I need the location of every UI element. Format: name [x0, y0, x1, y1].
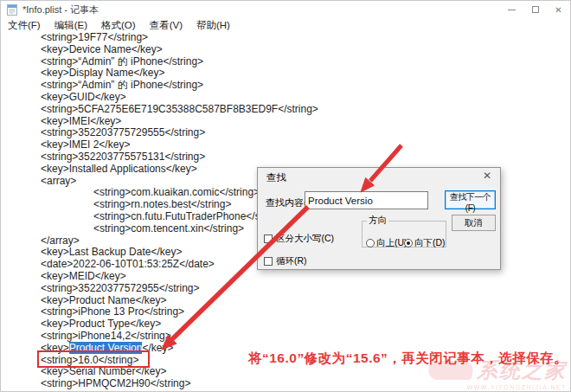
match-case-checkbox[interactable]: 区分大小写(C): [264, 233, 334, 245]
radio-checked-icon: [404, 239, 413, 247]
maximize-button[interactable]: [523, 1, 547, 18]
cancel-button[interactable]: 取消: [452, 215, 496, 231]
radio-direction-up[interactable]: 向上(U): [366, 237, 407, 249]
menu-item[interactable]: 文件(F): [1, 18, 48, 33]
find-dialog: 查找 ✕ 查找内容(N): 查找下一个(F) 取消 方向 向上(U) 向下(D)…: [257, 167, 501, 270]
title-bar: *Info.plist - 记事本 ✕: [1, 1, 570, 18]
editor-line: <key>Product Type</key>: [1, 318, 570, 331]
checkbox-icon: [264, 235, 273, 243]
window-title: *Info.plist - 记事本: [22, 3, 99, 16]
editor-line: <key>IMEI 2</key>: [1, 139, 570, 151]
dialog-close-icon[interactable]: ✕: [480, 170, 494, 182]
menu-bar: 文件(F)编辑(E)格式(O)查看(V)帮助(H): [1, 18, 570, 33]
editor-line: <string>“Admin” 的 iPhone</string>: [1, 80, 570, 92]
editor-line: <string>352203775729555</string>: [1, 127, 570, 139]
editor-line: <string>35220377572955</string>: [1, 283, 570, 295]
radio-up-label: 向上(U): [376, 237, 407, 249]
find-dialog-title: 查找: [266, 171, 286, 184]
menu-item[interactable]: 查看(V): [143, 18, 189, 33]
annotation-red-box: [37, 350, 150, 368]
editor-line: <key>Device Name</key>: [1, 44, 570, 56]
close-button[interactable]: ✕: [547, 1, 570, 18]
window-controls: ✕: [500, 1, 570, 18]
editor-line: <key>GUID</key>: [1, 92, 570, 104]
radio-direction-down[interactable]: 向下(D): [404, 237, 446, 249]
editor-line: <string>“Admin” 的 iPhone</string>: [1, 56, 570, 68]
direction-label: 方向: [367, 215, 388, 227]
editor-line: <key>Product Name</key>: [1, 295, 570, 307]
find-input[interactable]: [305, 191, 428, 209]
match-case-label: 区分大小写(C): [276, 233, 334, 245]
direction-group: 方向 向上(U) 向下(D): [362, 215, 446, 247]
editor-line: <string>19F77</string>: [1, 32, 570, 44]
minimize-button[interactable]: [500, 1, 523, 18]
editor-line: <key>Display Name</key>: [1, 67, 570, 80]
editor-line: <string>iPhone 13 Pro</string>: [1, 306, 570, 318]
radio-icon: [366, 239, 375, 247]
annotation-text: 将“16.0”修改为“15.6”，再关闭记事本，选择保存。: [248, 350, 568, 368]
notepad-window: *Info.plist - 记事本 ✕ 文件(F)编辑(E)格式(O)查看(V)…: [0, 0, 571, 392]
watermark-subtext: WWW.XITONGZHIJIA.NET: [428, 384, 567, 390]
checkbox-icon: [264, 257, 273, 266]
menu-item[interactable]: 帮助(H): [189, 18, 237, 33]
find-next-button[interactable]: 查找下一个(F): [445, 190, 496, 209]
editor-line: <string>iPhone14,2</string>: [1, 331, 570, 343]
editor-line: <string>5CFA275E6E719C35388C587BF8B3ED9F…: [1, 104, 570, 116]
editor-line: <string>352203775575131</string>: [1, 151, 570, 164]
wrap-label: 循环(R): [276, 255, 307, 267]
wrap-around-checkbox[interactable]: 循环(R): [264, 255, 307, 267]
menu-item[interactable]: 格式(O): [94, 18, 143, 33]
editor-line: <key>Target Identifier</key>: [1, 390, 570, 391]
menu-item[interactable]: 编辑(E): [48, 18, 94, 33]
editor-line: <key>MEID</key>: [1, 271, 570, 283]
radio-down-label: 向下(D): [414, 237, 446, 249]
notepad-icon: [7, 3, 17, 16]
editor-line: <key>IMEI</key>: [1, 116, 570, 128]
